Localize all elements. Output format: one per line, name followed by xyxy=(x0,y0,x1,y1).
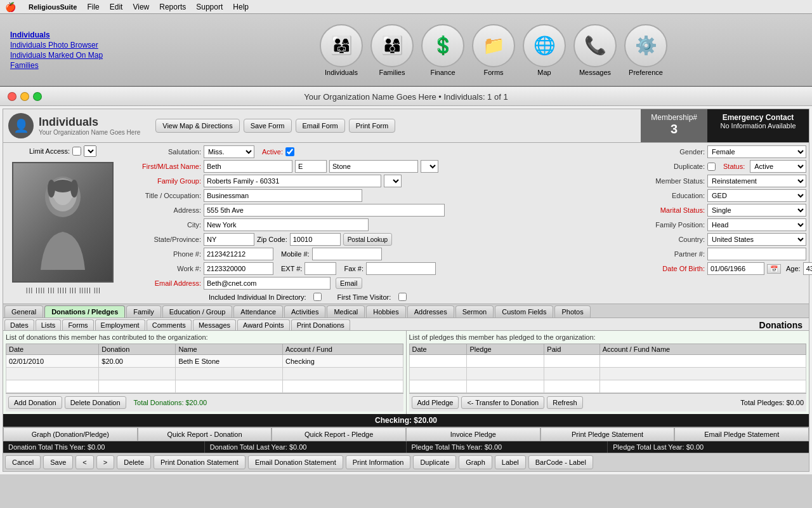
tab-activities[interactable]: Activities xyxy=(284,305,325,318)
tab-attendance[interactable]: Attendance xyxy=(233,305,283,318)
subtab-print-donations[interactable]: Print Donations xyxy=(291,319,350,330)
tab-sermon[interactable]: Sermon xyxy=(455,305,494,318)
nav-icon-preference[interactable]: ⚙️ Preference xyxy=(624,24,667,76)
quick-report-pledge-button[interactable]: Quick Report - Pledge xyxy=(272,427,406,441)
transfer-to-donation-button[interactable]: <- Transfer to Donation xyxy=(461,396,544,409)
delete-button[interactable]: Delete xyxy=(117,455,151,469)
member-status-select[interactable]: ReinstatementNew Member xyxy=(707,175,806,187)
subtab-forms[interactable]: Forms xyxy=(62,319,93,330)
subtab-award-points[interactable]: Award Points xyxy=(237,319,290,330)
subtab-comments[interactable]: Comments xyxy=(147,319,192,330)
print-pledge-statement-button[interactable]: Print Pledge Statement xyxy=(540,427,675,441)
next-button[interactable]: > xyxy=(96,455,114,469)
partner-input[interactable] xyxy=(707,248,806,260)
first-time-checkbox[interactable] xyxy=(398,293,407,301)
dob-input[interactable] xyxy=(707,262,764,275)
title-input[interactable] xyxy=(204,189,362,202)
maximize-button[interactable] xyxy=(33,92,42,101)
menu-file[interactable]: File xyxy=(87,3,99,11)
invoice-pledge-button[interactable]: Invoice Pledge xyxy=(406,427,540,441)
education-select[interactable]: GEDHigh SchoolCollege xyxy=(707,189,806,202)
tab-family[interactable]: Family xyxy=(126,305,160,318)
limit-access-checkbox[interactable] xyxy=(72,147,81,156)
label-button[interactable]: Label xyxy=(495,455,526,469)
nav-families[interactable]: Families xyxy=(10,61,175,70)
subtab-lists[interactable]: Lists xyxy=(36,319,62,330)
last-name-input[interactable] xyxy=(329,160,418,173)
nav-icon-map[interactable]: 🌐 Map xyxy=(523,24,566,76)
menu-view[interactable]: View xyxy=(133,3,149,11)
nav-icon-individuals[interactable]: 👨‍👩‍👧 Individuals xyxy=(320,24,363,76)
nav-marked-on-map[interactable]: Individuals Marked On Map xyxy=(10,51,175,60)
subtab-dates[interactable]: Dates xyxy=(4,319,34,330)
email-pledge-statement-button[interactable]: Email Pledge Statement xyxy=(674,427,809,441)
print-form-button[interactable]: Print Form xyxy=(349,119,395,133)
tab-hobbies[interactable]: Hobbies xyxy=(366,305,405,318)
city-input[interactable] xyxy=(204,218,369,231)
salutation-select[interactable]: Miss.Mr.Mrs.Dr. xyxy=(204,145,254,158)
fax-input[interactable] xyxy=(366,262,436,275)
delete-donation-button[interactable]: Delete Donation xyxy=(65,396,126,409)
family-position-select[interactable]: HeadSpouseChild xyxy=(707,218,806,231)
work-input[interactable] xyxy=(204,262,273,275)
status-select[interactable]: ActiveInactive xyxy=(750,160,806,173)
add-donation-button[interactable]: Add Donation xyxy=(8,396,62,409)
table-row[interactable]: 02/01/2010 $20.00 Beth E Stone Checking xyxy=(6,355,403,368)
add-pledge-button[interactable]: Add Pledge xyxy=(412,396,459,409)
close-button[interactable] xyxy=(8,92,16,101)
middle-name-input[interactable] xyxy=(295,160,327,173)
age-input[interactable] xyxy=(803,262,812,275)
duplicate-button[interactable]: Duplicate xyxy=(413,455,456,469)
menu-edit[interactable]: Edit xyxy=(110,3,123,11)
print-donation-statement-button[interactable]: Print Donation Statement xyxy=(154,455,246,469)
nav-icon-messages[interactable]: 📞 Messages xyxy=(573,24,617,76)
view-map-button[interactable]: View Map & Directions xyxy=(155,119,239,133)
subtab-employment[interactable]: Employment xyxy=(95,319,145,330)
email-input[interactable] xyxy=(204,277,331,290)
gender-select[interactable]: FemaleMale xyxy=(707,145,806,158)
print-information-button[interactable]: Print Information xyxy=(346,455,411,469)
tab-addresses[interactable]: Addresses xyxy=(407,305,454,318)
tab-medical[interactable]: Medical xyxy=(327,305,365,318)
minimize-button[interactable] xyxy=(20,92,29,101)
refresh-button[interactable]: Refresh xyxy=(547,396,583,409)
postal-lookup-button[interactable]: Postal Lookup xyxy=(343,233,392,246)
apple-menu[interactable]: 🍎 xyxy=(5,2,16,12)
duplicate-checkbox[interactable] xyxy=(707,163,716,171)
first-name-input[interactable] xyxy=(204,160,292,173)
prev-button[interactable]: < xyxy=(75,455,93,469)
nav-icon-families[interactable]: 👨‍👩‍👦 Families xyxy=(370,24,414,76)
graph-button[interactable]: Graph (Donation/Pledge) xyxy=(3,427,138,441)
menu-reports[interactable]: Reports xyxy=(159,3,186,11)
family-group-input[interactable] xyxy=(204,175,381,187)
tab-donations-pledges[interactable]: Donations / Pledges xyxy=(44,305,125,318)
cancel-button[interactable]: Cancel xyxy=(5,455,41,469)
nav-icon-forms[interactable]: 📁 Forms xyxy=(472,24,515,76)
zip-input[interactable] xyxy=(290,233,341,246)
state-input[interactable] xyxy=(204,233,254,246)
name-suffix-select[interactable] xyxy=(421,160,438,173)
address-input[interactable] xyxy=(204,204,445,217)
tab-education-group[interactable]: Education / Group xyxy=(162,305,233,318)
mobile-input[interactable] xyxy=(312,248,382,260)
active-checkbox[interactable] xyxy=(285,147,294,156)
nav-individuals[interactable]: Individuals xyxy=(10,30,175,39)
country-select[interactable]: United StatesCanada xyxy=(707,233,806,246)
menu-support[interactable]: Support xyxy=(196,3,223,11)
calendar-button[interactable]: 📅 xyxy=(767,264,781,274)
ext-input[interactable] xyxy=(304,262,336,275)
tab-photos[interactable]: Photos xyxy=(554,305,590,318)
save-button[interactable]: Save xyxy=(43,455,73,469)
subtab-messages[interactable]: Messages xyxy=(193,319,236,330)
family-group-select[interactable] xyxy=(384,175,402,187)
tab-general[interactable]: General xyxy=(4,305,43,318)
phone-input[interactable] xyxy=(204,248,273,260)
nav-photo-browser[interactable]: Individuals Photo Browser xyxy=(10,41,175,50)
marital-select[interactable]: SingleMarriedDivorced xyxy=(707,204,806,217)
barcode-label-button[interactable]: BarCode - Label xyxy=(528,455,593,469)
limit-access-select[interactable] xyxy=(84,145,96,157)
email-form-button[interactable]: Email Form xyxy=(296,119,345,133)
menu-help[interactable]: Help xyxy=(233,3,249,11)
save-form-button[interactable]: Save Form xyxy=(244,119,292,133)
graph-final-button[interactable]: Graph xyxy=(459,455,492,469)
